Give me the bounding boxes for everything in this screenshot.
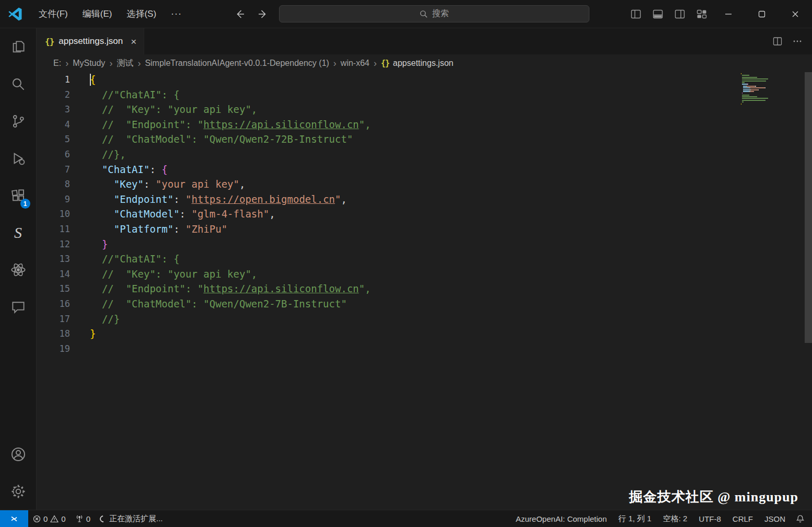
status-item[interactable]: JSON (759, 514, 791, 523)
line-numbers: 12345678910111213141516171819 (37, 72, 70, 510)
status-item[interactable]: AzureOpenAI: Completion (510, 514, 612, 523)
extensions-icon[interactable]: 1 (0, 177, 37, 214)
json-file-icon: {} (381, 59, 389, 68)
watermark: 掘金技术社区 @ mingupup (629, 488, 798, 506)
code-line: "ChatModel": "glm-4-flash", (90, 207, 812, 222)
radio-tower-icon (75, 514, 84, 523)
line-number: 17 (37, 312, 70, 327)
code-line: //"ChatAI": { (90, 87, 812, 102)
line-number: 2 (37, 87, 70, 102)
notifications-bell[interactable] (791, 510, 812, 527)
chat-view-icon[interactable] (0, 288, 37, 325)
errors-count: 0 (43, 514, 48, 523)
activating-extensions[interactable]: 正在激活扩展... (95, 510, 168, 527)
breadcrumb-separator-icon: › (109, 58, 112, 69)
run-debug-icon[interactable] (0, 140, 37, 177)
breadcrumb-item[interactable]: MyStudy (73, 59, 105, 68)
vscode-logo-icon (7, 6, 23, 22)
code-line: // "Key": "your api key", (90, 102, 812, 117)
settings-gear-icon[interactable] (0, 473, 37, 510)
breadcrumb-item[interactable]: E: (53, 59, 61, 68)
toggle-secondary-sidebar-icon[interactable] (674, 8, 686, 20)
line-number: 9 (37, 192, 70, 207)
minimap[interactable] (741, 73, 803, 107)
react-extension-icon[interactable] (0, 251, 37, 288)
tab-label: appsettings.json (59, 36, 123, 47)
status-item[interactable]: 空格: 2 (657, 514, 693, 524)
line-number: 6 (37, 147, 70, 162)
bell-icon (796, 514, 805, 523)
code-line: // "Key": "your api key", (90, 267, 812, 282)
menu-overflow-button[interactable]: ··· (164, 8, 189, 19)
code-line: "Endpoint": "https://open.bigmodel.cn", (90, 192, 812, 207)
activity-bar: 1 S (0, 28, 37, 510)
code-line: "ChatAI": { (90, 162, 812, 177)
code-line: } (90, 237, 812, 252)
breadcrumb-item[interactable]: 测试 (117, 58, 133, 69)
problems-indicator[interactable]: 0 0 (28, 510, 71, 527)
editor-more-actions-icon[interactable] (792, 36, 803, 47)
line-number: 12 (37, 237, 70, 252)
minimap-content (741, 73, 803, 107)
code-line: // "Endpoint": "https://api.siliconflow.… (90, 281, 812, 296)
code-line: //"ChatAI": { (90, 251, 812, 267)
s-extension-icon[interactable]: S (0, 214, 37, 251)
breadcrumb-item[interactable]: SimpleTranslationAIAgent-v0.0.1-Dependen… (145, 59, 329, 68)
code-line: //}, (90, 147, 812, 162)
loading-spinner-icon (98, 514, 108, 523)
extensions-badge: 1 (20, 199, 30, 209)
errors-icon (33, 515, 41, 523)
minimize-button[interactable] (712, 0, 745, 28)
customize-layout-icon[interactable] (696, 8, 707, 20)
breadcrumb-item[interactable]: appsettings.json (393, 59, 454, 68)
split-editor-icon[interactable] (772, 36, 783, 47)
account-icon[interactable] (0, 436, 37, 473)
ports-indicator[interactable]: 0 (71, 510, 95, 527)
line-number: 15 (37, 281, 70, 296)
code-line: //} (90, 312, 812, 327)
status-bar: 0 0 0 正在激活扩展... AzureOpenAI: Completion行… (0, 510, 812, 527)
command-center-search[interactable]: 搜索 (279, 5, 589, 22)
breadcrumb-separator-icon: › (137, 58, 141, 69)
menu-item[interactable]: 编辑(E) (75, 5, 120, 23)
breadcrumb: E:›MyStudy›测试›SimpleTranslationAIAgent-v… (37, 54, 812, 72)
search-view-icon[interactable] (0, 65, 37, 102)
line-number: 8 (37, 177, 70, 192)
tab-appsettings-json[interactable]: {} appsettings.json × (37, 28, 144, 54)
toggle-panel-icon[interactable] (652, 8, 664, 20)
line-number: 13 (37, 251, 70, 267)
code-line: // "ChatModel": "Qwen/Qwen2-72B-Instruct… (90, 132, 812, 147)
code-line (90, 341, 812, 357)
close-button[interactable] (779, 0, 812, 28)
breadcrumb-item[interactable]: win-x64 (341, 59, 369, 68)
forward-button[interactable] (257, 8, 269, 20)
line-number: 16 (37, 296, 70, 312)
remote-indicator[interactable] (0, 510, 28, 527)
explorer-icon[interactable] (0, 28, 37, 65)
code-line: "Key": "your api key", (90, 177, 812, 192)
menu-bar: 文件(F)编辑(E)选择(S) (31, 5, 164, 23)
line-number: 5 (37, 132, 70, 147)
line-number: 11 (37, 222, 70, 237)
source-control-icon[interactable] (0, 102, 37, 140)
status-item[interactable]: UTF-8 (693, 514, 727, 523)
back-button[interactable] (234, 8, 246, 20)
breadcrumb-separator-icon: › (333, 58, 337, 69)
line-number: 1 (37, 72, 70, 87)
breadcrumb-separator-icon: › (65, 58, 68, 69)
code-line: } (90, 326, 812, 341)
breadcrumb-separator-icon: › (374, 58, 377, 69)
status-item[interactable]: CRLF (727, 514, 759, 523)
tab-close-icon[interactable]: × (131, 37, 136, 47)
menu-item[interactable]: 选择(S) (119, 5, 164, 23)
warnings-count: 0 (61, 514, 65, 523)
vertical-scrollbar[interactable] (805, 72, 812, 343)
menu-item[interactable]: 文件(F) (31, 5, 75, 23)
line-number: 3 (37, 102, 70, 117)
maximize-button[interactable] (745, 0, 779, 28)
status-right-items: AzureOpenAI: Completion行 1, 列 1空格: 2UTF-… (510, 514, 791, 524)
status-item[interactable]: 行 1, 列 1 (612, 514, 657, 524)
code-line: // "Endpoint": "https://api.siliconflow.… (90, 117, 812, 132)
code-editor[interactable]: 12345678910111213141516171819 { //"ChatA… (37, 72, 812, 510)
toggle-sidebar-icon[interactable] (630, 8, 642, 20)
